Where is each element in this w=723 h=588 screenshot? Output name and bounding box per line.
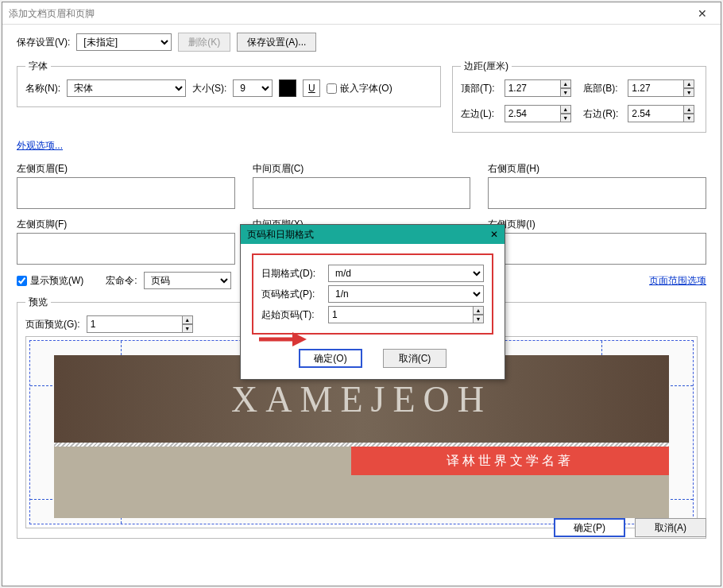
page-range-link[interactable]: 页面范围选项 bbox=[649, 274, 706, 288]
embed-font-input[interactable] bbox=[327, 83, 337, 94]
margin-bottom-label: 底部(B): bbox=[583, 82, 618, 95]
main-ok-button[interactable]: 确定(P) bbox=[554, 518, 625, 537]
modal-ok-button[interactable]: 确定(O) bbox=[299, 349, 362, 368]
macro-select[interactable]: 页码 bbox=[144, 272, 231, 289]
start-page-label: 起始页码(T): bbox=[261, 308, 323, 322]
show-preview-checkbox[interactable]: 显示预览(W) bbox=[17, 274, 83, 288]
delete-button: 删除(K) bbox=[178, 33, 230, 52]
main-cancel-button[interactable]: 取消(A) bbox=[635, 518, 706, 537]
page-preview-label: 页面预览(G): bbox=[25, 318, 80, 331]
margin-top-label: 顶部(T): bbox=[461, 82, 495, 95]
preview-red-band: 译林世界文学名著 bbox=[351, 447, 669, 475]
embed-font-checkbox[interactable]: 嵌入字体(O) bbox=[327, 82, 392, 95]
save-settings-button[interactable]: 保存设置(A)... bbox=[237, 33, 316, 52]
titlebar: 添加文档页眉和页脚 ✕ bbox=[2, 2, 721, 25]
show-preview-input[interactable] bbox=[17, 276, 27, 286]
font-size-select[interactable]: 9 bbox=[233, 79, 273, 97]
date-format-label: 日期格式(D): bbox=[261, 267, 323, 280]
left-header-label: 左侧页眉(E) bbox=[17, 162, 235, 176]
page-format-label: 页码格式(P): bbox=[261, 288, 323, 301]
right-header-label: 右侧页眉(H) bbox=[488, 162, 706, 176]
font-size-label: 大小(S): bbox=[192, 82, 226, 95]
appearance-options-link[interactable]: 外观选项... bbox=[17, 139, 63, 153]
center-header-input[interactable] bbox=[253, 177, 471, 209]
margin-top-spinner[interactable]: ▲▼ bbox=[505, 79, 574, 97]
modal-cancel-button[interactable]: 取消(C) bbox=[383, 349, 447, 368]
margin-right-spinner[interactable]: ▲▼ bbox=[628, 105, 698, 122]
font-fieldset: 字体 名称(N): 宋体 大小(S): 9 U 嵌入字体(O) bbox=[17, 60, 441, 107]
font-name-select[interactable]: 宋体 bbox=[67, 79, 186, 97]
preview-image-text: XAMEJEOH bbox=[231, 378, 492, 420]
preview-page-image-2: 译林世界文学名著 bbox=[54, 447, 669, 518]
font-legend: 字体 bbox=[25, 60, 51, 73]
macro-label: 宏命令: bbox=[106, 274, 137, 288]
modal-titlebar: 页码和日期格式 ✕ bbox=[241, 225, 505, 244]
modal-close-icon[interactable]: ✕ bbox=[490, 225, 498, 244]
left-header-input[interactable] bbox=[17, 177, 235, 209]
page-date-format-modal: 页码和日期格式 ✕ 日期格式(D): m/d 页码格式(P): 1/n 起始页码… bbox=[240, 224, 505, 380]
save-settings-label: 保存设置(V): bbox=[17, 36, 70, 49]
right-footer-label: 右侧页脚(I) bbox=[488, 218, 706, 231]
date-format-select[interactable]: m/d bbox=[328, 265, 484, 282]
dialog-title: 添加文档页眉和页脚 bbox=[9, 2, 95, 25]
page-preview-spinner[interactable]: ▲▼ bbox=[87, 315, 193, 333]
modal-highlight-rect: 日期格式(D): m/d 页码格式(P): 1/n 起始页码(T): ▲▼ bbox=[252, 253, 493, 335]
left-footer-input[interactable] bbox=[17, 233, 235, 265]
font-color-swatch[interactable] bbox=[279, 79, 296, 97]
right-footer-input[interactable] bbox=[488, 233, 706, 265]
font-name-label: 名称(N): bbox=[25, 82, 60, 95]
page-format-select[interactable]: 1/n bbox=[328, 285, 484, 303]
start-page-spinner[interactable]: ▲▼ bbox=[328, 306, 484, 323]
margins-legend: 边距(厘米) bbox=[461, 60, 512, 73]
margin-left-label: 左边(L): bbox=[461, 107, 495, 121]
modal-title: 页码和日期格式 bbox=[247, 225, 314, 244]
margin-right-label: 右边(R): bbox=[583, 107, 618, 121]
right-header-input[interactable] bbox=[488, 177, 706, 209]
margins-fieldset: 边距(厘米) 顶部(T): ▲▼ 底部(B): ▲▼ 左边(L): ▲▼ 右边(… bbox=[452, 60, 706, 133]
left-footer-label: 左侧页脚(F) bbox=[17, 218, 235, 231]
margin-bottom-spinner[interactable]: ▲▼ bbox=[628, 79, 698, 97]
save-settings-select[interactable]: [未指定] bbox=[76, 33, 172, 51]
preview-legend: 预览 bbox=[25, 296, 51, 309]
close-icon[interactable]: ✕ bbox=[690, 2, 714, 25]
underline-button[interactable]: U bbox=[303, 79, 320, 97]
center-header-label: 中间页眉(C) bbox=[253, 162, 471, 176]
margin-left-spinner[interactable]: ▲▼ bbox=[505, 105, 574, 122]
